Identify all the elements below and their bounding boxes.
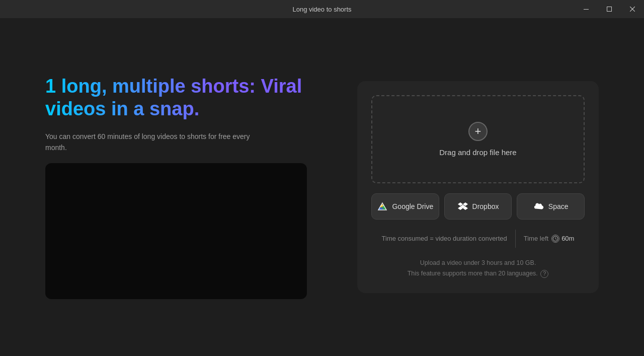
upload-info-line2: This feature supports more than 20 langu… bbox=[371, 268, 585, 279]
time-left-value-group: 60m bbox=[551, 235, 574, 243]
main-content: 1 long, multiple shorts: Viral videos in… bbox=[0, 18, 644, 356]
titlebar: Long video to shorts bbox=[0, 0, 644, 18]
time-consumed-text: Time consumed = video duration converted bbox=[382, 234, 507, 244]
right-panel: + Drag and drop file here bbox=[357, 81, 599, 294]
clock-icon bbox=[551, 235, 559, 243]
add-icon: + bbox=[468, 122, 488, 141]
drop-zone-text: Drag and drop file here bbox=[439, 148, 516, 157]
svg-rect-1 bbox=[607, 7, 612, 12]
upload-info: Upload a video under 3 hours and 10 GB. … bbox=[371, 258, 585, 279]
left-panel: 1 long, multiple shorts: Viral videos in… bbox=[45, 75, 327, 300]
upload-info-line1: Upload a video under 3 hours and 10 GB. bbox=[371, 258, 585, 268]
dropbox-icon bbox=[457, 201, 468, 212]
time-left-section: Time left 60m bbox=[524, 235, 575, 243]
minimize-button[interactable] bbox=[575, 0, 598, 18]
time-info: Time consumed = video duration converted… bbox=[371, 230, 585, 248]
titlebar-title: Long video to shorts bbox=[292, 6, 351, 13]
video-preview bbox=[45, 163, 307, 299]
info-icon[interactable]: ? bbox=[540, 270, 548, 278]
dropbox-button[interactable]: Dropbox bbox=[444, 193, 512, 220]
time-left-label: Time left bbox=[524, 235, 548, 242]
time-divider bbox=[515, 230, 516, 248]
google-drive-button[interactable]: Google Drive bbox=[371, 193, 439, 220]
time-left-amount: 60m bbox=[561, 235, 574, 242]
maximize-button[interactable] bbox=[598, 0, 621, 18]
cloud-buttons: Google Drive Dropbox bbox=[371, 193, 585, 220]
titlebar-controls bbox=[575, 0, 644, 18]
space-label: Space bbox=[548, 202, 569, 210]
dropbox-label: Dropbox bbox=[472, 202, 499, 210]
space-button[interactable]: Space bbox=[517, 193, 585, 220]
close-button[interactable] bbox=[621, 0, 644, 18]
space-cloud-icon bbox=[533, 201, 544, 212]
google-drive-label: Google Drive bbox=[392, 202, 433, 210]
svg-line-13 bbox=[555, 239, 557, 240]
drop-zone[interactable]: + Drag and drop file here bbox=[371, 95, 585, 183]
svg-rect-0 bbox=[584, 9, 589, 10]
headline: 1 long, multiple shorts: Viral videos in… bbox=[45, 75, 327, 121]
subtext: You can convert 60 minutes of long video… bbox=[45, 131, 267, 154]
google-drive-icon bbox=[377, 201, 388, 212]
